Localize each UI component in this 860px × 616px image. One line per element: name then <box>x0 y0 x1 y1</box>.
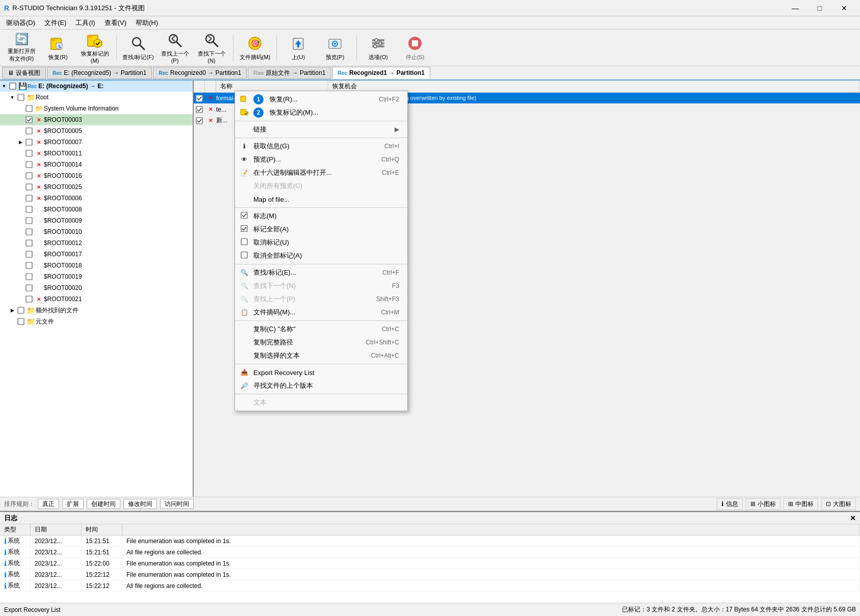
ctx-copy-name[interactable]: 复制(C) "名称" Ctrl+C <box>235 323 407 336</box>
tree-check-root00025[interactable] <box>24 183 34 191</box>
tree-root00018[interactable]: $ROOT00018 <box>0 260 193 271</box>
toolbar-recover[interactable]: 恢复(R) <box>41 32 75 64</box>
tree-root-drive[interactable]: ▼ 💾 Rec E: (Recognized5) → E: <box>0 81 193 92</box>
tree-root00008[interactable]: $ROOT00008 <box>0 204 193 215</box>
menu-view[interactable]: 查看(V) <box>100 17 131 29</box>
tree-extra-found[interactable]: ▶ 📁 额外找到的文件 <box>0 305 193 316</box>
ctx-preview[interactable]: 👁 预览(P)... Ctrl+Q <box>235 153 407 166</box>
toolbar-options[interactable]: 选项(O) <box>361 32 396 64</box>
root00007-expand[interactable]: ▶ <box>16 140 24 145</box>
toolbar-reopen[interactable]: 🔄 重新打开所有文件(R) <box>4 32 39 64</box>
menu-drives[interactable]: 驱动器(D) <box>2 17 39 29</box>
ctx-unmark[interactable]: 取消标记(U) <box>235 236 407 249</box>
col-recovery[interactable]: 恢复机会 <box>328 81 860 92</box>
menu-help[interactable]: 帮助(H) <box>132 17 162 29</box>
tree-check-root00009[interactable] <box>24 217 34 224</box>
tab-recognized0[interactable]: Rec Recognized0 → Partition1 <box>153 67 247 79</box>
view-info-btn[interactable]: ℹ 信息 <box>717 498 743 510</box>
tree-check-root00010[interactable] <box>24 228 34 235</box>
file-check-new[interactable] <box>194 117 205 124</box>
tree-check-root00011[interactable] <box>24 150 34 157</box>
tree-root00020[interactable]: $ROOT00020 <box>0 282 193 293</box>
tab-device[interactable]: 🖥 设备视图 <box>2 67 46 79</box>
file-check-te[interactable] <box>194 106 205 113</box>
toolbar-recover-marked[interactable]: 恢复标记的(M) <box>77 32 112 64</box>
ctx-recover-marked[interactable]: 2 恢复标记的(M)... <box>235 106 407 119</box>
ctx-mark-all[interactable]: 标记全部(A) <box>235 223 407 236</box>
sort-accessed[interactable]: 访问时间 <box>160 499 194 509</box>
tree-check-root00007[interactable] <box>24 139 34 146</box>
log-row-1[interactable]: ℹ 系统 2023/12... 15:21:51 All file region… <box>0 547 860 558</box>
ctx-mark[interactable]: 标志(M) <box>235 209 407 223</box>
tree-check-root00008[interactable] <box>24 206 34 213</box>
tab-recognized1[interactable]: Rec Recognized1 → Partition1 <box>332 67 430 79</box>
tree-root00007[interactable]: ▶ ✕ $ROOT00007 <box>0 137 193 148</box>
tree-root00019[interactable]: $ROOT00019 <box>0 271 193 282</box>
log-row-2[interactable]: ℹ 系统 2023/12... 15:22:00 File enumeratio… <box>0 558 860 569</box>
view-medium-icon[interactable]: ⊞ 中图标 <box>784 498 818 510</box>
tree-check-root00003[interactable] <box>24 116 34 123</box>
minimize-button[interactable]: — <box>784 0 807 16</box>
extra-expand[interactable]: ▶ <box>8 308 16 313</box>
close-button[interactable]: ✕ <box>832 0 856 16</box>
toolbar-stop[interactable]: 停止(S) <box>398 32 432 64</box>
tree-root00009[interactable]: $ROOT00009 <box>0 215 193 226</box>
toolbar-file-hash[interactable]: 🎯 文件摘码(M) <box>238 32 272 64</box>
ctx-recover[interactable]: 1 恢复(R)... Ctrl+F2 <box>235 93 407 106</box>
ctx-link[interactable]: 链接 ▶ <box>235 123 407 136</box>
log-row-4[interactable]: ℹ 系统 2023/12... 15:22:12 All file region… <box>0 580 860 592</box>
sort-created[interactable]: 创建时间 <box>87 499 120 509</box>
sort-modified[interactable]: 修改时间 <box>123 499 157 509</box>
tree-check-root00018[interactable] <box>24 262 34 269</box>
ctx-copy-path[interactable]: 复制完整路径 Ctrl+Shift+C <box>235 336 407 349</box>
ctx-get-info[interactable]: ℹ 获取信息(G) Ctrl+I <box>235 140 407 153</box>
log-row-3[interactable]: ℹ 系统 2023/12... 15:22:12 File enumeratio… <box>0 569 860 580</box>
tree-root00003[interactable]: ✕ $ROOT00003 <box>0 114 193 125</box>
tree-check-root00021[interactable] <box>24 296 34 303</box>
menu-file[interactable]: 文件(E) <box>40 17 70 29</box>
toolbar-find-mark[interactable]: 查找/标记(F) <box>121 32 155 64</box>
tree-root-folder[interactable]: ▼ 📁 Root <box>0 92 193 103</box>
tree-meta-files[interactable]: 📁 元文件 <box>0 316 193 327</box>
ctx-hex-editor[interactable]: 📝 在十六进制编辑器中打开... Ctrl+E <box>235 166 407 179</box>
tree-check-root00017[interactable] <box>24 251 34 258</box>
ctx-file-hash[interactable]: 📋 文件摘码(M)... Ctrl+M <box>235 306 407 319</box>
tree-check-root00012[interactable] <box>24 239 34 247</box>
tree-check-drive[interactable] <box>8 83 17 90</box>
ctx-export-recovery[interactable]: 📤 Export Recovery List <box>235 366 407 379</box>
log-row-0[interactable]: ℹ 系统 2023/12... 15:21:51 File enumeratio… <box>0 535 860 547</box>
toolbar-up[interactable]: 上(U) <box>281 32 316 64</box>
ctx-find-prev-ver[interactable]: 🔎 寻找文件的上个版本 <box>235 379 407 392</box>
tree-check-root00020[interactable] <box>24 284 34 291</box>
tree-root00017[interactable]: $ROOT00017 <box>0 249 193 260</box>
ctx-map-file[interactable]: Map of file... <box>235 193 407 206</box>
tree-check-root00016[interactable] <box>24 172 34 179</box>
maximize-button[interactable]: □ <box>808 0 831 16</box>
ctx-unmark-all[interactable]: 取消全部标记(A) <box>235 249 407 262</box>
tree-root00016[interactable]: ✕ $ROOT00016 <box>0 170 193 181</box>
tree-check-root00006[interactable] <box>24 195 34 202</box>
sort-real[interactable]: 真正 <box>38 499 59 509</box>
toolbar-find-next[interactable]: 查找下一个(N) <box>194 32 229 64</box>
tree-check-meta[interactable] <box>16 318 25 325</box>
tree-check-extra[interactable] <box>16 307 25 314</box>
tab-e-recognized5[interactable]: Rec E: (Recognized5) → Partition1 <box>47 67 152 79</box>
view-small-icon[interactable]: ⊞ 小图标 <box>746 498 780 510</box>
tree-check-root00019[interactable] <box>24 273 34 280</box>
tree-root00025[interactable]: ✕ $ROOT00025 <box>0 181 193 193</box>
toolbar-preview[interactable]: 预览(P) <box>318 32 352 64</box>
tree-root00005[interactable]: ✕ $ROOT00005 <box>0 125 193 137</box>
tree-root00014[interactable]: ✕ $ROOT00014 <box>0 159 193 170</box>
file-check-formai[interactable] <box>194 95 205 102</box>
tree-root00006[interactable]: ✕ $ROOT00006 <box>0 193 193 204</box>
toolbar-find-prev[interactable]: 查找上一个(P) <box>158 32 192 64</box>
tree-check-root00014[interactable] <box>24 161 34 168</box>
tree-check-sysvolinfo[interactable] <box>24 105 34 112</box>
log-close-icon[interactable]: ✕ <box>850 514 856 522</box>
tab-raw[interactable]: Raw 原始文件 → Partition1 <box>248 67 331 79</box>
sort-ext[interactable]: 扩展 <box>62 499 84 509</box>
ctx-find-mark[interactable]: 🔍 查找/标记(E)... Ctrl+F <box>235 266 407 279</box>
tree-sysvolinfo[interactable]: 📁 System Volume Information <box>0 103 193 114</box>
tree-root00021[interactable]: ✕ $ROOT00021 <box>0 293 193 305</box>
tree-check-root[interactable] <box>16 94 25 101</box>
